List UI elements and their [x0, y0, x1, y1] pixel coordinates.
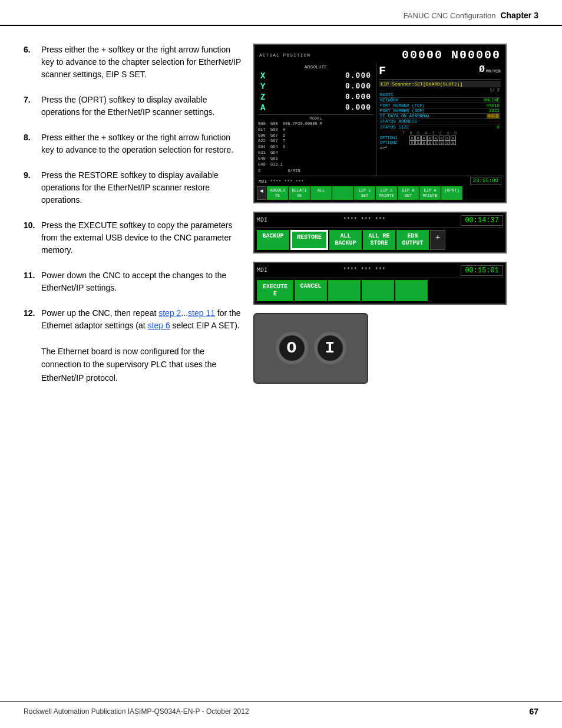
step-11-num: 11. — [24, 269, 41, 294]
step-8: 8. Press either the + softkey or the rig… — [24, 131, 242, 156]
cnc-eip-header: EIP Scanner:SET[BOARD(SLOT2)] — [379, 81, 501, 87]
step-9: 9. Press the RESTORE softkey to display … — [24, 169, 242, 206]
step-9-text: Press the RESTORE softkey to display ava… — [41, 169, 242, 206]
step-11-text: Power down the CNC to accept the changes… — [41, 269, 242, 294]
step-9-num: 9. — [24, 169, 41, 206]
footer-page-num: 67 — [529, 707, 538, 716]
cnc-f-display: F Ø MM/MIN — [379, 64, 501, 78]
cnc-abs-title: ABSOLUTE — [258, 64, 373, 70]
cnc-a-val: 0.000 — [345, 103, 371, 113]
cnc-softkey-eipa-set[interactable]: EIP ASET — [398, 186, 419, 200]
mdi-softkey-backup[interactable]: BACKUP — [257, 230, 289, 250]
cnc-x-label: X — [260, 71, 265, 81]
mdi-stars-1: **** *** *** — [343, 217, 385, 223]
cnc-page-indicator: 1/ 2 — [379, 88, 501, 93]
cnc-axis-z: Z 0.000 — [258, 92, 373, 103]
cnc-softkey-absolute[interactable]: ABSOLUTE — [267, 186, 288, 200]
mdi-softkey-restore[interactable]: RESTORE — [290, 230, 328, 250]
mdi-header-2: MDI **** *** *** 00:15:01 — [257, 265, 503, 278]
mdi-stars-2: **** *** *** — [343, 267, 385, 274]
step-11: 11. Power down the CNC to accept the cha… — [24, 269, 242, 294]
cnc-arrow-left[interactable]: ◄ — [257, 186, 266, 200]
mdi-time-1: 00:14:37 — [461, 215, 503, 226]
step-12-num: 12. — [24, 307, 41, 332]
cnc-bottom-sym: ø>^ — [379, 145, 501, 151]
mdi-plus-button[interactable]: + — [430, 230, 445, 250]
step-7-num: 7. — [24, 94, 41, 118]
cnc-x-val: 0.000 — [345, 71, 371, 81]
mdi-header-1: MDI **** *** *** 00:14:37 — [257, 215, 503, 228]
cnc-z-label: Z — [260, 93, 265, 102]
step-7: 7. Press the (OPRT) softkey to display a… — [24, 94, 242, 118]
mdi-softkey-empty2 — [328, 280, 361, 301]
cnc-softkey-eipa-mainte[interactable]: EIP AMAINTE — [419, 186, 441, 200]
mdi-label-2: MDI — [257, 267, 267, 274]
cnc-softkey-relative[interactable]: RELATIVE — [289, 186, 310, 200]
cnc-f-value: F — [379, 64, 386, 78]
cnc-a-label: A — [260, 103, 265, 113]
step11-link[interactable]: step 11 — [188, 308, 215, 318]
cnc-y-val: 0.000 — [345, 82, 371, 91]
cnc-param-di: DI DATA ON ABNORMAL HOLD — [379, 114, 501, 119]
mdi-label-1: MDI — [257, 217, 267, 223]
cnc-softkey-all[interactable]: ALL — [310, 186, 332, 200]
cnc-modal-title: MODAL — [258, 116, 373, 121]
cnc-option1: OPTION1 0 0 0 0 0 0 0 0 — [379, 136, 501, 140]
step-6-text: Press either the + softkey or the right … — [41, 44, 242, 81]
cnc-option-numbers: 7 6 5 4 3 2 1 0 — [379, 131, 501, 136]
cnc-param-basic: BASIC — [379, 93, 501, 98]
step-10-text: Press the EXECUTE softkey to copy the pa… — [41, 219, 242, 256]
cnc-param-network: NETWORK ONLINE — [379, 98, 501, 103]
power-image: O I — [253, 313, 368, 384]
step-10: 10. Press the EXECUTE softkey to copy th… — [24, 219, 242, 256]
step-12: 12. Power up the CNC, then repeat step 2… — [24, 307, 242, 332]
step-8-text: Press either the + softkey or the right … — [41, 131, 242, 156]
step-12-subtext: The Ethernet board is now configured for… — [24, 345, 242, 384]
cnc-right-panel: F Ø MM/MIN EIP Scanner:SET[BOARD(SLOT2)]… — [376, 63, 503, 176]
mdi-time-2: 00:15:01 — [461, 265, 503, 276]
mdi-softkey-all-backup[interactable]: ALLBACKUP — [329, 230, 362, 250]
mdi-screen-1: MDI **** *** *** 00:14:37 BACKUP RESTORE… — [253, 212, 507, 253]
cnc-axis-y: Y 0.000 — [258, 81, 373, 92]
step-7-text: Press the (OPRT) softkey to display avai… — [41, 94, 242, 118]
cnc-time: 23:55:00 — [470, 177, 501, 185]
cnc-y-label: Y — [260, 82, 265, 91]
step-6-num: 6. — [24, 44, 41, 81]
cnc-mm-min: MM/MIN — [486, 69, 501, 75]
cnc-softkey-empty1 — [332, 186, 353, 200]
step-10-num: 10. — [24, 219, 41, 256]
cnc-softkeys: ◄ ABSOLUTE RELATIVE ALL EIP SSET EIP SMA… — [257, 186, 503, 200]
cnc-mdi-label: MDI **** *** *** — [259, 179, 304, 184]
cnc-softkey-eips-mainte[interactable]: EIP SMAINTE — [376, 186, 397, 200]
mdi-softkey-cancel[interactable]: CANCEL — [295, 280, 327, 301]
mdi-softkey-empty3 — [362, 280, 394, 301]
cnc-axis-a: A 0.000 — [258, 103, 373, 113]
cnc-param-port-tcp: PORT NUMBER (TCP) 44010 — [379, 103, 501, 108]
step6-link[interactable]: step 6 — [148, 321, 170, 330]
cnc-zero-icon: Ø — [479, 64, 485, 75]
cnc-axis-x: X 0.000 — [258, 71, 373, 81]
cnc-option2: OPTION2 0 0 0 0 0 0 0 0 — [379, 140, 501, 145]
header-subtitle: FANUC CNC Configuration — [404, 11, 496, 20]
cnc-left-panel: ABSOLUTE X 0.000 Y 0.000 Z 0.000 A — [257, 63, 375, 176]
cnc-softkey-oprt[interactable]: (OPRT) — [441, 186, 462, 200]
cnc-param-status-addr: STATUS ADDRESS ---- — [379, 119, 501, 124]
page-footer: Rockwell Automation Publication IASIMP-Q… — [0, 701, 562, 716]
mdi-softkey-execute[interactable]: EXECUTEE — [257, 280, 293, 301]
cnc-z-val: 0.000 — [345, 93, 371, 102]
mdi-softkey-eds-output[interactable]: EDSOUTPUT — [396, 230, 429, 250]
step-8-num: 8. — [24, 131, 41, 156]
cnc-status-size: STATUS SIZE 0 — [379, 124, 501, 130]
step-12-text: Power up the CNC, then repeat step 2...s… — [41, 307, 242, 332]
cnc-modal-panel: MODAL G00 G00 005.7F20.00000 M G17 G98 H… — [258, 114, 373, 174]
mdi-softkey-all-restore[interactable]: ALL RESTORE — [363, 230, 395, 250]
cnc-main-area: ABSOLUTE X 0.000 Y 0.000 Z 0.000 A — [257, 63, 503, 176]
step-6: 6. Press either the + softkey or the rig… — [24, 44, 242, 81]
power-off-button: O — [276, 332, 308, 364]
step2-link[interactable]: step 2 — [158, 308, 181, 318]
screenshot-column: ACTUAL POSITION 00000 N00000 ABSOLUTE X … — [253, 44, 538, 384]
mdi-softkeys-1: BACKUP RESTORE ALLBACKUP ALL RESTORE EDS… — [257, 230, 503, 250]
cnc-softkey-eips-set[interactable]: EIP SSET — [354, 186, 375, 200]
power-on-button: I — [314, 332, 346, 364]
page-header: FANUC CNC Configuration Chapter 3 — [0, 0, 562, 26]
